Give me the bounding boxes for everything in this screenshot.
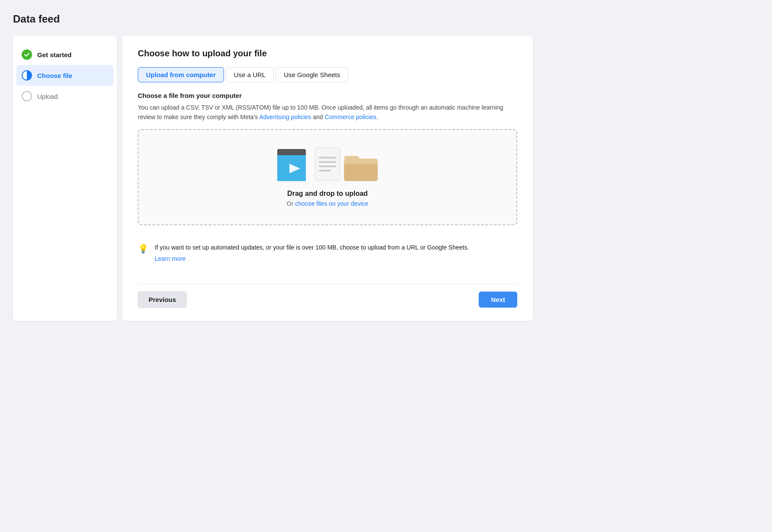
sidebar-item-choose-file[interactable]: Choose file xyxy=(16,65,114,86)
svg-rect-8 xyxy=(319,157,336,159)
tab-use-url[interactable]: Use a URL xyxy=(226,67,274,82)
advertising-policies-link[interactable]: Advertising policies xyxy=(259,114,311,120)
half-circle-icon xyxy=(22,70,32,81)
commerce-policies-link[interactable]: Commerce policies xyxy=(324,114,376,120)
svg-rect-11 xyxy=(319,170,331,172)
drop-zone[interactable]: Drag and drop to upload Or choose files … xyxy=(138,129,517,225)
previous-button[interactable]: Previous xyxy=(138,291,187,308)
footer: Previous Next xyxy=(138,284,517,308)
svg-rect-10 xyxy=(319,165,336,167)
info-text: If you want to set up automated updates,… xyxy=(155,243,469,264)
video-file-icon xyxy=(276,148,312,182)
svg-rect-13 xyxy=(344,164,378,181)
sidebar: Get started Choose file Upload xyxy=(13,36,117,321)
learn-more-link[interactable]: Learn more xyxy=(155,254,469,263)
folder-icon xyxy=(343,152,379,182)
choose-files-link[interactable]: choose files on your device xyxy=(295,200,368,207)
tab-use-google-sheets[interactable]: Use Google Sheets xyxy=(276,67,348,82)
tab-upload-computer[interactable]: Upload from computer xyxy=(138,67,224,82)
drag-drop-text: Drag and drop to upload xyxy=(287,190,368,198)
check-circle-icon xyxy=(22,49,32,60)
empty-circle-icon xyxy=(22,91,32,101)
svg-rect-9 xyxy=(319,161,336,163)
file-section: Choose a file from your computer You can… xyxy=(138,92,517,122)
document-icon xyxy=(315,147,341,181)
main-container: Get started Choose file Upload Choose ho… xyxy=(13,36,533,321)
sidebar-item-label-choose-file: Choose file xyxy=(37,72,72,79)
drop-zone-illustration xyxy=(276,147,379,182)
section-title: Choose how to upload your file xyxy=(138,49,517,58)
sidebar-item-upload[interactable]: Upload xyxy=(13,86,117,107)
next-button[interactable]: Next xyxy=(479,292,517,308)
main-content: Choose how to upload your file Upload fr… xyxy=(122,36,533,321)
file-section-title: Choose a file from your computer xyxy=(138,92,517,99)
info-box: 💡 If you want to set up automated update… xyxy=(138,236,517,271)
sidebar-item-label-get-started: Get started xyxy=(37,51,71,58)
sidebar-item-get-started[interactable]: Get started xyxy=(13,44,117,65)
sidebar-item-label-upload: Upload xyxy=(37,93,58,100)
drop-subtext: Or choose files on your device xyxy=(287,200,368,207)
page-title: Data feed xyxy=(13,13,759,25)
svg-rect-7 xyxy=(315,148,340,181)
lightbulb-icon: 💡 xyxy=(138,243,149,254)
file-section-description: You can upload a CSV, TSV or XML (RSS/AT… xyxy=(138,103,517,122)
tabs-container: Upload from computer Use a URL Use Googl… xyxy=(138,67,517,82)
